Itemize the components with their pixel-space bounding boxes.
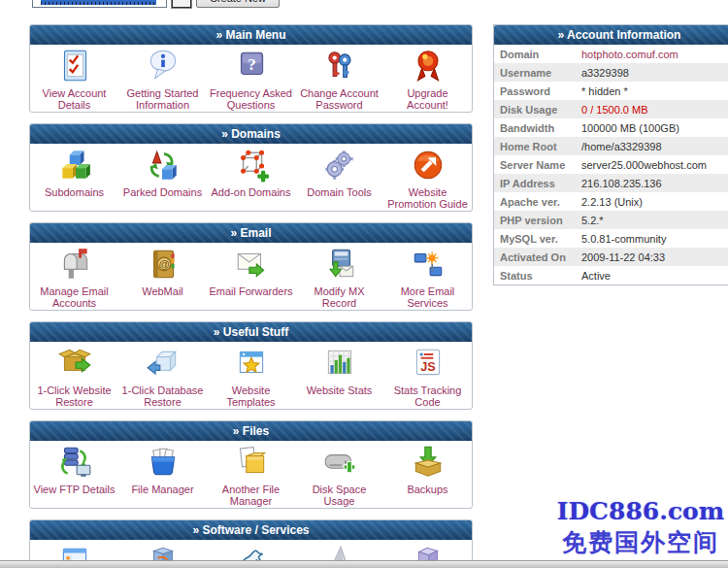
section-domains: » DomainsSubdomainsParked DomainsAdd-on … — [29, 123, 473, 212]
backups-icon — [383, 442, 472, 483]
menu-item-another-file-manager[interactable]: Another File Manager — [207, 442, 295, 507]
account-row-disk-usage: Disk Usage0 / 1500.0 MB — [494, 100, 728, 118]
menu-item-disk-space-usage[interactable]: Disk Space Usage — [295, 442, 383, 507]
account-row-domain: Domainhotphoto.comuf.com — [494, 45, 728, 63]
menu-item-webmail[interactable]: @WebMail — [118, 244, 207, 297]
website-templates-icon — [207, 343, 295, 384]
section-email: » EmailManage Email Accounts@WebMailEmai… — [29, 222, 473, 311]
menu-item-label: Website Promotion Guide — [383, 186, 472, 210]
account-row-value: 2009-11-22 04:33 — [581, 251, 665, 263]
section-files: » FilesView FTP DetailsFile ManagerAnoth… — [29, 420, 473, 509]
account-row-value: 216.108.235.136 — [581, 178, 662, 189]
account-row-label: Password — [494, 85, 581, 97]
account-row-label: Status — [494, 270, 581, 282]
menu-item-subdomains[interactable]: Subdomains — [30, 145, 118, 198]
menu-item-label: Website Stats — [295, 384, 383, 396]
account-row-activated-on: Activated On2009-11-22 04:33 — [494, 248, 728, 266]
email-forwarders-icon — [207, 244, 295, 284]
getting-started-information-icon — [118, 46, 207, 86]
menu-item-domain-tools[interactable]: Domain Tools — [295, 145, 383, 198]
manage-email-accounts-icon — [30, 244, 118, 284]
menu-item-label: Getting Started Information — [118, 87, 207, 111]
menu-item-file-manager[interactable]: File Manager — [118, 442, 207, 495]
domain-tools-icon — [295, 145, 383, 185]
account-information-header: » Account Information — [494, 25, 728, 45]
menu-item-label: Backups — [383, 484, 472, 495]
menu-item-stats-tracking-code[interactable]: JSStats Tracking Code — [383, 343, 472, 408]
account-row-label: Apache ver. — [494, 196, 581, 208]
domain-input[interactable] — [32, 0, 167, 8]
account-row-label: PHP version — [494, 215, 581, 226]
menu-item-1-click-website-restore[interactable]: 1-Click Website Restore — [30, 343, 118, 408]
account-row-value: 5.0.81-community — [581, 233, 666, 245]
menu-item-change-account-password[interactable]: Change Account Password — [295, 46, 383, 111]
one-click-website-restore-icon — [30, 343, 118, 384]
section-header: » Email — [30, 223, 472, 243]
menu-item-manage-email-accounts[interactable]: Manage Email Accounts — [30, 244, 118, 309]
watermark: IDC886.com 免费国外空间 — [553, 497, 728, 557]
section-body: 1-Click Website Restore1-Click Database … — [30, 342, 472, 409]
section-header: » Main Menu — [30, 25, 472, 45]
view-ftp-details-icon — [30, 442, 118, 483]
account-row-value: * hidden * — [581, 85, 628, 97]
menu-item-label: File Manager — [118, 484, 207, 495]
account-row-home-root: Home Root/home/a3329398 — [494, 137, 728, 155]
menu-item-label: Upgrade Account! — [383, 87, 472, 111]
menu-item-label: Parked Domains — [118, 186, 207, 198]
menu-item-label: 1-Click Website Restore — [30, 384, 118, 408]
svg-text:@: @ — [158, 257, 169, 270]
account-row-php-version: PHP version5.2.* — [494, 211, 728, 229]
upgrade-account-icon — [383, 46, 472, 86]
menu-item-view-account-details[interactable]: View Account Details — [30, 46, 118, 111]
menu-item-website-stats[interactable]: Website Stats — [295, 343, 383, 396]
menu-item-more-email-services[interactable]: More Email Services — [383, 244, 472, 309]
frequency-asked-questions-icon: ? — [207, 46, 295, 86]
menu-item-label: Frequency Asked Questions — [207, 87, 295, 111]
menu-item-view-ftp-details[interactable]: View FTP Details — [30, 442, 118, 495]
account-row-value: 0 / 1500.0 MB — [581, 104, 648, 116]
account-row-server-name: Server Nameserver25.000webhost.com — [494, 155, 728, 174]
account-row-apache-ver: Apache ver.2.2.13 (Unix) — [494, 192, 728, 211]
menu-item-modify-mx-record[interactable]: Modify MX Record — [295, 244, 383, 309]
window-bottom-edge — [0, 560, 728, 568]
menu-item-website-promotion-guide[interactable]: Website Promotion Guide — [383, 145, 472, 210]
menu-item-website-templates[interactable]: Website Templates — [207, 343, 295, 408]
menu-item-label: Manage Email Accounts — [30, 285, 118, 309]
account-row-value: 5.2.* — [581, 215, 604, 226]
section-body: View Account DetailsGetting Started Info… — [30, 45, 472, 112]
menu-item-upgrade-account[interactable]: Upgrade Account! — [383, 46, 472, 111]
menu-item-email-forwarders[interactable]: Email Forwarders — [207, 244, 295, 297]
menu-item-label: View FTP Details — [30, 484, 118, 495]
section-header: » Domains — [30, 124, 472, 144]
menu-item-1-click-database-restore[interactable]: 1-Click Database Restore — [118, 343, 207, 408]
account-row-label: Bandwidth — [494, 122, 581, 134]
watermark-slogan: 免费国外空间 — [553, 526, 728, 557]
menu-item-parked-domains[interactable]: Parked Domains — [118, 145, 207, 198]
menu-item-backups[interactable]: Backups — [383, 442, 472, 495]
modify-mx-record-icon — [295, 244, 383, 284]
webmail-icon: @ — [118, 244, 207, 284]
menu-item-label: Stats Tracking Code — [383, 384, 472, 408]
account-row-label: Home Root — [494, 141, 581, 152]
another-file-manager-icon — [207, 442, 295, 483]
menu-item-label: Domain Tools — [295, 186, 383, 198]
menu-item-label: 1-Click Database Restore — [118, 384, 207, 408]
account-row-label: Activated On — [494, 251, 581, 263]
account-row-label: Server Name — [494, 159, 581, 171]
menu-item-frequency-asked-questions[interactable]: ?Frequency Asked Questions — [207, 46, 295, 111]
menu-item-getting-started-information[interactable]: Getting Started Information — [118, 46, 207, 111]
menu-item-label: Another File Manager — [207, 484, 295, 507]
section-main-menu: » Main MenuView Account DetailsGetting S… — [29, 24, 473, 113]
menu-item-label: Disk Space Usage — [295, 484, 383, 507]
menu-item-add-on-domains[interactable]: Add-on Domains — [207, 145, 295, 198]
go-button[interactable] — [172, 0, 191, 8]
menu-item-label: Subdomains — [30, 186, 118, 198]
account-row-value[interactable]: hotphoto.comuf.com — [581, 49, 678, 60]
section-body: Manage Email Accounts@WebMailEmail Forwa… — [30, 243, 472, 310]
account-row-username: Usernamea3329398 — [494, 63, 728, 82]
account-row-ip-address: IP Address216.108.235.136 — [494, 174, 728, 192]
account-row-value: Active — [581, 270, 611, 282]
account-row-mysql-ver: MySQL ver.5.0.81-community — [494, 229, 728, 248]
section-header: » Software / Services — [30, 520, 472, 540]
create-new-button[interactable]: Create New — [196, 0, 280, 8]
